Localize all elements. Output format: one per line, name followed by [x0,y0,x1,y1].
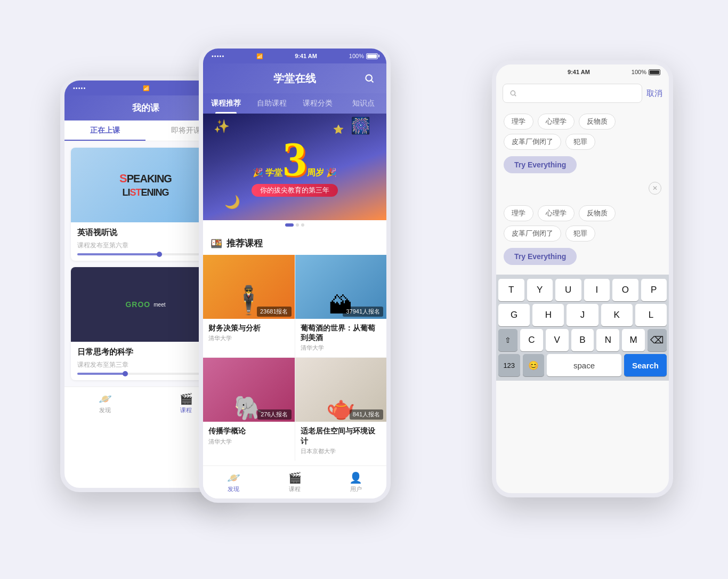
firework-1: ✨ [214,119,230,134]
grid-thumb-finance: 🕴 23681报名 [203,255,295,319]
center-search-button[interactable] [361,70,378,87]
tag-xinlixue-2[interactable]: 心理学 [538,205,575,221]
try-everything-button-2[interactable]: Try Everything [504,248,577,265]
grid-info-design: 适老居住空间与环境设计 日本京都大学 [295,422,387,460]
course-progress-label-speaking: 课程发布至第六章 [77,241,214,250]
grid-card-wine[interactable]: 🏔 37941人报名 葡萄酒的世界：从葡萄到美酒 清华大学 [295,255,387,357]
center-nav-course[interactable]: 🎬 课程 [264,469,326,495]
center-nav-tabs: 课程推荐 自助课程 课程分类 知识点 [203,93,386,114]
key-j[interactable]: J [567,304,598,326]
firework-4: ⭐ [333,124,344,134]
grid-card-finance[interactable]: 🕴 23681报名 财务决策与分析 清华大学 [203,255,295,357]
dot-3 [301,223,304,227]
center-signal-dots: ••••• [212,53,224,59]
nav-tab-category[interactable]: 课程分类 [295,93,341,114]
speaking-text: Speaking Listening [119,172,172,199]
tags-section-1: 理学 心理学 反物质 皮革厂倒闭了 犯罪 Try Everything [496,107,669,178]
keyboard-row-tyuiop: T Y U I O P [496,275,669,304]
search-input-box[interactable] [503,84,642,103]
center-battery-fill [367,54,377,58]
key-h[interactable]: H [532,304,564,326]
center-bottom-nav: 🪐 发现 🎬 课程 👤 用户 [203,465,386,498]
tag-fenwuzhi-1[interactable]: 反物质 [579,114,616,130]
svg-line-3 [515,95,516,96]
section-header: 🍱 推荐课程 [203,230,386,255]
center-wifi-icon: 📶 [256,53,263,59]
left-nav-course-label: 课程 [180,406,192,414]
tag-fanzui-1[interactable]: 犯罪 [565,134,595,150]
svg-point-2 [511,91,515,95]
key-n[interactable]: N [596,329,619,351]
search-key[interactable]: Search [624,354,667,376]
key-p[interactable]: P [641,279,667,301]
course-progress-bar-thinking [77,373,214,375]
grid-info-finance: 财务决策与分析 清华大学 [203,319,295,348]
left-nav-discover[interactable]: 🪐 发现 [64,390,145,416]
key-g[interactable]: G [498,304,530,326]
tag-fenwuzhi-2[interactable]: 反物质 [579,205,616,221]
grid-card-comm[interactable]: 🐘 276人报名 传播学概论 清华大学 [203,358,295,460]
left-signal-dots: ••••• [73,85,86,91]
course-card-thinking[interactable]: GROO meet 日常思考的科学 课程发布至第三章 [71,267,220,380]
course-progress-fill-speaking [77,253,159,255]
key-m[interactable]: M [622,329,645,351]
key-shift[interactable]: ⇧ [498,329,517,351]
key-o[interactable]: O [612,279,638,301]
key-l[interactable]: L [635,304,667,326]
grid-title-finance: 财务决策与分析 [208,323,289,333]
left-wifi-icon: 📶 [143,85,149,91]
center-nav-discover[interactable]: 🪐 发现 [203,469,264,495]
tab-active-courses[interactable]: 正在上课 [64,120,145,141]
tag-xinlixue-1[interactable]: 心理学 [538,114,575,130]
course-thumb-thinking: GROO meet [71,267,220,342]
center-banner: ✨ 🎆 🌙 ⭐ 🎉 学堂3周岁 🎉 你的拔尖教育的第三年 [203,114,386,220]
grid-card-design[interactable]: 🫖 841人报名 适老居住空间与环境设计 日本京都大学 [295,358,387,460]
course-info-thinking: 日常思考的科学 课程发布至第三章 [71,342,220,380]
key-numbers[interactable]: 123 [498,354,520,376]
try-everything-button-1[interactable]: Try Everything [504,156,577,173]
tag-lixue-1[interactable]: 理学 [504,114,533,130]
key-i[interactable]: I [584,279,610,301]
delete-key[interactable]: ⌫ [648,329,667,351]
center-time: 9:41 AM [295,53,317,59]
tag-pige-2[interactable]: 皮革厂倒闭了 [504,226,561,242]
center-phone: ••••• 📶 9:41 AM 100% 学堂在线 课程推荐 自助课程 [199,44,391,503]
right-battery-fill [650,70,659,74]
firework-3: 🌙 [224,195,240,210]
discover-icon: 🪐 [99,392,112,405]
right-search-header: 取消 [496,79,669,107]
key-t[interactable]: T [498,279,524,301]
key-b[interactable]: B [571,329,594,351]
nav-tab-knowledge[interactable]: 知识点 [341,93,386,114]
course-info-speaking: 英语视听说 课程发布至第六章 [71,222,220,261]
center-nav-user[interactable]: 👤 用户 [325,469,386,495]
key-k[interactable]: K [601,304,633,326]
thumb-overlay-finance: 23681报名 [257,307,292,317]
key-v[interactable]: V [546,329,569,351]
right-phone: 9:41 AM 100% 取消 理学 心理学 反物质 [492,60,673,497]
course-card-speaking[interactable]: Speaking Listening 英语视听说 课程发布至第六章 [71,148,220,261]
grid-info-comm: 传播学概论 清华大学 [203,422,295,451]
space-key[interactable]: space [547,354,621,376]
keyboard-bottom-row: 123 😊 space Search [496,354,669,381]
course-progress-label-thinking: 课程发布至第三章 [77,360,214,369]
cancel-button[interactable]: 取消 [646,89,662,99]
scene: ••••• 📶 9:41 我的课 正在上课 即将开课 Speaking List… [44,34,684,545]
close-circle-icon[interactable]: ✕ [649,182,661,195]
grid-title-design: 适老居住空间与环境设计 [301,426,382,445]
tag-lixue-2[interactable]: 理学 [504,205,533,221]
key-emoji[interactable]: 😊 [523,354,545,376]
right-battery: 100% [632,69,660,75]
nav-tab-recommend[interactable]: 课程推荐 [203,93,249,114]
center-header: 学堂在线 [203,63,386,93]
key-u[interactable]: U [555,279,581,301]
tag-pige-1[interactable]: 皮革厂倒闭了 [504,134,561,150]
grid-thumb-wine: 🏔 37941人报名 [295,255,387,319]
section-icon: 🍱 [211,238,222,250]
grid-title-wine: 葡萄酒的世界：从葡萄到美酒 [301,323,382,342]
tag-fanzui-2[interactable]: 犯罪 [565,226,595,242]
key-c[interactable]: C [520,329,543,351]
center-course-icon: 🎬 [288,471,302,484]
key-y[interactable]: Y [527,279,553,301]
nav-tab-self[interactable]: 自助课程 [249,93,295,114]
